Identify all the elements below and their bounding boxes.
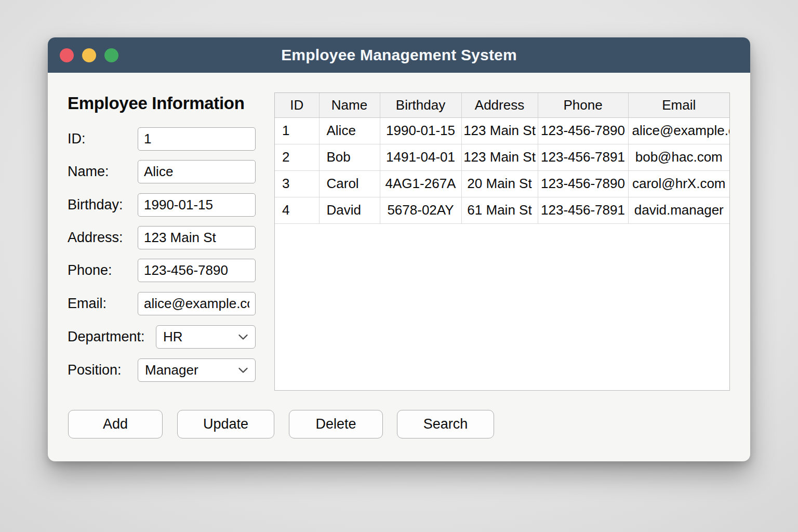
cell-name[interactable]: Alice: [319, 117, 380, 144]
cell-birthday[interactable]: 1990-01-15: [380, 117, 461, 144]
chevron-down-icon: [238, 367, 248, 374]
email-label: Email:: [68, 296, 107, 312]
department-select-value: HR: [163, 329, 183, 345]
cell-email[interactable]: carol@hrX.com: [628, 170, 729, 197]
titlebar[interactable]: Employee Management System: [48, 37, 750, 73]
cell-address[interactable]: 123 Main St: [461, 144, 538, 170]
add-button[interactable]: Add: [68, 410, 163, 438]
cell-address[interactable]: 61 Main St: [461, 197, 538, 223]
cell-phone[interactable]: 123-456-7891: [538, 144, 628, 170]
header-phone[interactable]: Phone: [538, 93, 628, 117]
position-select-value: Manager: [145, 362, 198, 378]
email-input[interactable]: [138, 292, 256, 315]
cell-phone[interactable]: 123-456-7890: [538, 117, 628, 144]
employee-table[interactable]: ID Name Birthday Address Phone Email 1 A…: [274, 92, 730, 391]
cell-address[interactable]: 20 Main St: [461, 170, 538, 197]
phone-label: Phone:: [68, 262, 112, 278]
cell-id[interactable]: 4: [275, 197, 319, 223]
form-heading: Employee Information: [68, 94, 245, 113]
cell-name[interactable]: Carol: [319, 170, 380, 197]
position-select[interactable]: Manager: [138, 358, 256, 382]
header-id[interactable]: ID: [275, 93, 319, 117]
department-select[interactable]: HR: [156, 325, 256, 349]
zoom-button[interactable]: [104, 48, 118, 62]
minimize-button[interactable]: [82, 48, 96, 62]
cell-phone[interactable]: 123-456-7890: [538, 170, 628, 197]
header-email[interactable]: Email: [628, 93, 729, 117]
cell-id[interactable]: 3: [275, 170, 319, 197]
cell-phone[interactable]: 123-456-7891: [538, 197, 628, 223]
table-row[interactable]: 4 David 5678-02AY 61 Main St 123-456-789…: [275, 197, 729, 223]
cell-email[interactable]: alice@example.c: [628, 117, 729, 144]
table-row[interactable]: 2 Bob 1491-04-01 123 Main St 123-456-789…: [275, 144, 729, 170]
cell-id[interactable]: 1: [275, 117, 319, 144]
window-title: Employee Management System: [281, 46, 517, 64]
name-input[interactable]: [138, 160, 256, 183]
address-label: Address:: [68, 230, 123, 246]
cell-name[interactable]: Bob: [319, 144, 380, 170]
name-label: Name:: [68, 164, 109, 180]
header-birthday[interactable]: Birthday: [380, 93, 461, 117]
header-address[interactable]: Address: [461, 93, 538, 117]
address-input[interactable]: [138, 226, 256, 249]
cell-id[interactable]: 2: [275, 144, 319, 170]
cell-email[interactable]: bob@hac.com: [628, 144, 729, 170]
table-row[interactable]: 1 Alice 1990-01-15 123 Main St 123-456-7…: [275, 117, 729, 144]
cell-name[interactable]: David: [319, 197, 380, 223]
cell-email[interactable]: david.manager: [628, 197, 729, 223]
id-label: ID:: [68, 131, 86, 147]
id-input[interactable]: [138, 127, 256, 151]
update-button[interactable]: Update: [177, 410, 274, 438]
table-row[interactable]: 3 Carol 4AG1-267A 20 Main St 123-456-789…: [275, 170, 729, 197]
birthday-input[interactable]: [138, 193, 256, 217]
department-label: Department:: [68, 329, 145, 345]
cell-birthday[interactable]: 5678-02AY: [380, 197, 461, 223]
chevron-down-icon: [238, 334, 248, 340]
cell-birthday[interactable]: 4AG1-267A: [380, 170, 461, 197]
table-header-row: ID Name Birthday Address Phone Email: [275, 93, 729, 117]
traffic-lights: [60, 37, 118, 73]
cell-birthday[interactable]: 1491-04-01: [380, 144, 461, 170]
cell-address[interactable]: 123 Main St: [461, 117, 538, 144]
phone-input[interactable]: [138, 259, 256, 282]
position-label: Position:: [68, 362, 122, 378]
app-window: Employee Management System Employee Info…: [48, 37, 750, 461]
delete-button[interactable]: Delete: [289, 410, 383, 438]
search-button[interactable]: Search: [397, 410, 494, 438]
birthday-label: Birthday:: [68, 197, 123, 213]
header-name[interactable]: Name: [319, 93, 380, 117]
close-button[interactable]: [60, 48, 74, 62]
